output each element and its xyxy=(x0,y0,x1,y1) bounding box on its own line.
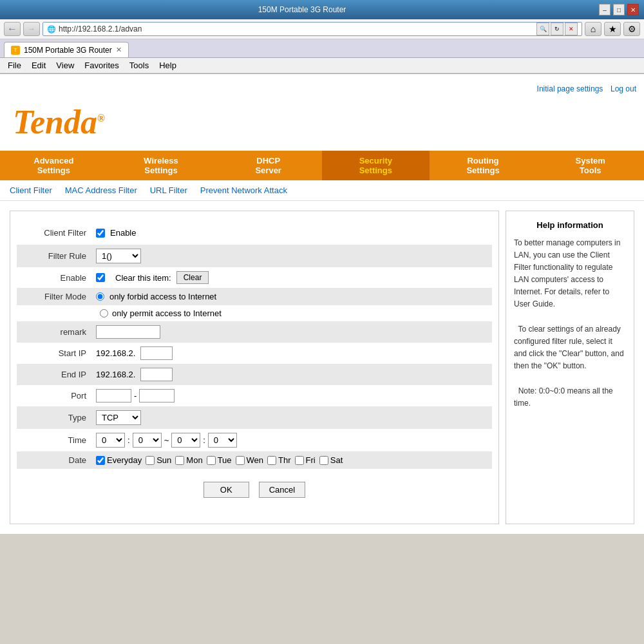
tools-btn[interactable]: ⚙ xyxy=(623,22,640,36)
help-text: To better manage computers in LAN, you c… xyxy=(514,237,626,410)
nav-advanced[interactable]: Advanced Settings xyxy=(0,151,108,180)
date-sun-checkbox[interactable] xyxy=(146,456,155,465)
type-select[interactable]: TCP UDP Both xyxy=(96,410,141,425)
client-filter-checkbox[interactable] xyxy=(96,229,105,238)
remark-label: remark xyxy=(22,327,86,337)
port-label: Port xyxy=(22,391,86,401)
menu-view[interactable]: View xyxy=(51,59,79,71)
remark-input[interactable] xyxy=(96,325,160,339)
menu-edit[interactable]: Edit xyxy=(26,59,51,71)
home-btn[interactable]: ⌂ xyxy=(585,22,601,36)
date-sun-label: Sun xyxy=(156,455,171,465)
nav-dhcp[interactable]: DHCP Server xyxy=(214,151,322,180)
enable-row-checkbox[interactable] xyxy=(96,273,105,282)
time-h1-select[interactable]: 012361223 xyxy=(96,433,125,448)
clear-button[interactable]: Clear xyxy=(176,271,209,284)
filter-mode-radio1[interactable] xyxy=(96,292,104,301)
tab-favicon: T xyxy=(11,46,20,55)
date-thr-label: Thr xyxy=(278,455,291,465)
enable-label: Enable xyxy=(110,228,136,238)
start-ip-prefix: 192.168.2. xyxy=(96,348,135,358)
favorites-btn[interactable]: ★ xyxy=(604,22,621,36)
refresh-btn[interactable]: ↻ xyxy=(551,23,564,35)
date-fri-label: Fri xyxy=(306,455,316,465)
date-wen-label: Wen xyxy=(247,455,264,465)
main-nav: Advanced Settings Wireless Settings DHCP… xyxy=(0,151,644,180)
active-tab[interactable]: T 150M Portable 3G Router ✕ xyxy=(4,42,129,57)
filter-mode-radio2[interactable] xyxy=(100,309,108,317)
date-wen-checkbox[interactable] xyxy=(236,456,245,465)
address-text: http://192.168.2.1/advan xyxy=(59,24,534,33)
start-ip-label: Start IP xyxy=(22,348,86,358)
subnav-mac-filter[interactable]: MAC Address Filter xyxy=(65,185,137,195)
filter-mode-opt1: only forbid access to Internet xyxy=(109,292,216,301)
back-button[interactable]: ← xyxy=(4,22,21,36)
date-sat-label: Sat xyxy=(330,455,343,465)
filter-rule-label: Filter Rule xyxy=(22,251,86,261)
address-icon: 🌐 xyxy=(47,25,56,33)
address-bar[interactable]: 🌐 http://192.168.2.1/advan 🔍 ↻ ✕ xyxy=(43,22,582,36)
end-ip-prefix: 192.168.2. xyxy=(96,370,135,379)
date-sat-checkbox[interactable] xyxy=(319,456,328,465)
clear-item-text: Clear this item: xyxy=(115,273,171,283)
ok-button[interactable]: OK xyxy=(204,482,249,498)
maximize-btn[interactable]: □ xyxy=(613,4,625,15)
menu-help[interactable]: Help xyxy=(154,59,182,71)
time-label: Time xyxy=(22,435,86,445)
subnav-client-filter[interactable]: Client Filter xyxy=(10,185,52,195)
tenda-logo: Tenda® xyxy=(13,103,631,141)
date-mon-checkbox[interactable] xyxy=(175,456,184,465)
date-everyday-label: Everyday xyxy=(107,455,142,465)
type-label: Type xyxy=(22,413,86,422)
date-tue-checkbox[interactable] xyxy=(207,456,216,465)
client-filter-label: Client Filter xyxy=(22,228,86,238)
enable-row-label: Enable xyxy=(22,273,86,283)
tab-close-btn[interactable]: ✕ xyxy=(116,46,122,54)
menu-favorites[interactable]: Favorites xyxy=(79,59,124,71)
date-everyday-checkbox[interactable] xyxy=(96,456,105,465)
tab-label: 150M Portable 3G Router xyxy=(24,46,112,55)
date-thr-checkbox[interactable] xyxy=(267,456,276,465)
start-ip-input[interactable] xyxy=(140,346,173,360)
initial-page-link[interactable]: Initial page settings xyxy=(537,84,603,94)
help-panel: Help information To better manage comput… xyxy=(506,211,634,524)
date-label: Date xyxy=(22,455,86,465)
cancel-button[interactable]: Cancel xyxy=(259,482,305,498)
time-h2-select[interactable]: 0161223 xyxy=(171,433,200,448)
nav-security[interactable]: Security Settings xyxy=(322,151,430,180)
time-sep1: : xyxy=(128,435,130,445)
nav-routing[interactable]: Routing Settings xyxy=(430,151,537,180)
stop-btn[interactable]: ✕ xyxy=(565,23,578,35)
menu-tools[interactable]: Tools xyxy=(124,59,154,71)
date-fri-checkbox[interactable] xyxy=(295,456,304,465)
time-sep3: : xyxy=(203,435,205,445)
filter-rule-select[interactable]: 1() 2() 3() 4() xyxy=(96,249,141,263)
date-mon-label: Mon xyxy=(186,455,202,465)
nav-wireless[interactable]: Wireless Settings xyxy=(108,151,215,180)
time-m2-select[interactable]: 0153045 xyxy=(208,433,237,448)
end-ip-label: End IP xyxy=(22,370,86,379)
nav-system[interactable]: System Tools xyxy=(536,151,644,180)
subnav-url-filter[interactable]: URL Filter xyxy=(150,185,187,195)
end-ip-input[interactable] xyxy=(140,368,173,381)
form-panel: Client Filter Enable Filter Rule 1() 2()… xyxy=(10,211,499,524)
time-sep2: ~ xyxy=(164,435,169,445)
search-icon[interactable]: 🔍 xyxy=(536,23,549,35)
port-separator: - xyxy=(134,391,137,401)
forward-button[interactable]: → xyxy=(23,22,40,36)
minimize-btn[interactable]: – xyxy=(599,4,611,15)
filter-mode-label: Filter Mode xyxy=(22,292,86,301)
logout-link[interactable]: Log out xyxy=(611,84,636,94)
sub-nav: Client Filter MAC Address Filter URL Fil… xyxy=(0,180,644,201)
port-to-input[interactable] xyxy=(139,389,175,402)
port-from-input[interactable] xyxy=(96,389,131,402)
subnav-prevent-attack[interactable]: Prevent Network Attack xyxy=(200,185,287,195)
close-btn[interactable]: ✕ xyxy=(627,4,639,15)
date-tue-label: Tue xyxy=(218,455,232,465)
browser-title: 150M Portable 3G Router xyxy=(5,5,599,14)
filter-mode-opt2: only permit access to Internet xyxy=(112,308,222,318)
help-title: Help information xyxy=(514,219,626,232)
time-m1-select[interactable]: 0153045 xyxy=(133,433,162,448)
menu-file[interactable]: File xyxy=(3,59,26,71)
